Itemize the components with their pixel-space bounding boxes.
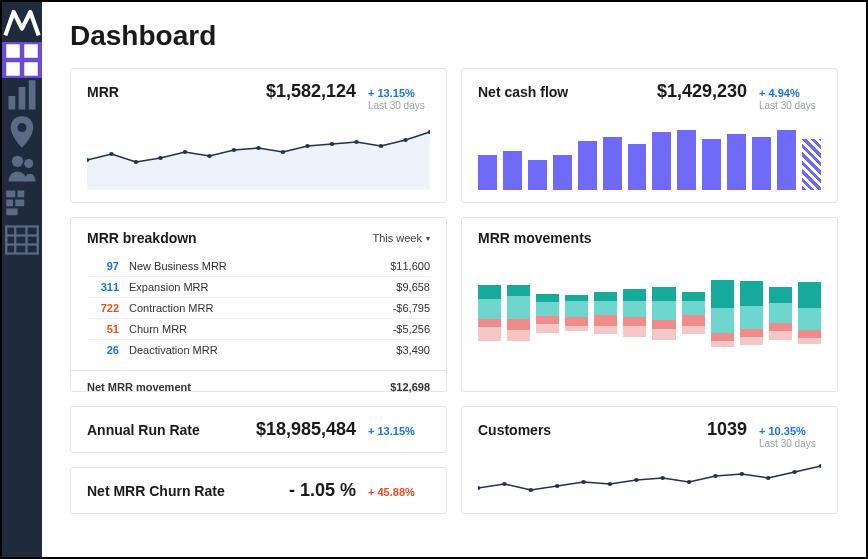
app-logo[interactable] <box>2 2 42 42</box>
breakdown-row[interactable]: 26Deactivation MRR$3,490 <box>87 339 430 360</box>
customers-title: Customers <box>478 422 707 438</box>
movements-segment <box>478 299 501 319</box>
svg-point-34 <box>478 486 480 490</box>
sidebar <box>2 2 42 557</box>
breakdown-count: 311 <box>87 281 129 293</box>
movements-segment <box>769 287 792 304</box>
breakdown-label: Contraction MRR <box>129 302 360 314</box>
movements-segment <box>507 330 530 341</box>
netcash-delta: + 4.94% Last 30 days <box>759 87 821 112</box>
page-title: Dashboard <box>70 20 838 52</box>
breakdown-row[interactable]: 722Contraction MRR-$6,795 <box>87 297 430 318</box>
card-customers[interactable]: Customers 1039 + 10.35% Last 30 days <box>461 406 838 514</box>
card-mrr[interactable]: MRR $1,582,124 + 13.15% Last 30 days <box>70 68 447 203</box>
svg-point-36 <box>528 488 533 492</box>
card-movements[interactable]: MRR movements <box>461 217 838 392</box>
breakdown-title: MRR breakdown <box>87 230 372 246</box>
breakdown-value: -$5,256 <box>360 323 430 335</box>
movements-segment <box>682 292 705 300</box>
movements-segment <box>740 306 763 328</box>
svg-point-40 <box>634 478 639 482</box>
svg-point-29 <box>330 142 335 146</box>
movements-segment <box>682 315 705 326</box>
svg-rect-5 <box>19 87 26 110</box>
breakdown-count: 51 <box>87 323 129 335</box>
nav-segments[interactable] <box>2 186 42 222</box>
breakdown-row[interactable]: 97New Business MRR$11,600 <box>87 256 430 276</box>
breakdown-row[interactable]: 51Churn MRR-$5,256 <box>87 318 430 339</box>
movements-title: MRR movements <box>478 230 821 246</box>
card-churnrate[interactable]: Net MRR Churn Rate - 1.05 % + 45.88% <box>70 467 447 514</box>
breakdown-count: 26 <box>87 344 129 356</box>
breakdown-label: New Business MRR <box>129 260 360 272</box>
movements-chart <box>478 258 821 368</box>
movements-segment <box>594 292 617 300</box>
svg-rect-14 <box>6 227 38 254</box>
svg-point-27 <box>281 150 286 154</box>
breakdown-count: 722 <box>87 302 129 314</box>
movements-segment <box>478 327 501 341</box>
svg-point-42 <box>687 480 692 484</box>
movements-column <box>682 292 705 334</box>
nav-location[interactable] <box>2 114 42 150</box>
card-breakdown[interactable]: MRR breakdown This week ▾ 97New Business… <box>70 217 447 392</box>
movements-column <box>652 287 675 340</box>
svg-rect-3 <box>24 62 38 76</box>
netcash-bar <box>603 137 622 191</box>
movements-segment <box>565 317 588 325</box>
movements-segment <box>711 280 734 308</box>
netcash-bar <box>478 155 497 190</box>
movements-segment <box>478 319 501 327</box>
netcash-chart <box>478 120 821 190</box>
breakdown-row[interactable]: 311Expansion MRR$9,658 <box>87 276 430 297</box>
arr-title: Annual Run Rate <box>87 422 256 438</box>
movements-segment <box>565 326 588 332</box>
netcash-bar <box>628 144 647 191</box>
card-netcash[interactable]: Net cash flow $1,429,230 + 4.94% Last 30… <box>461 68 838 203</box>
movements-segment <box>682 326 705 334</box>
breakdown-period-dropdown[interactable]: This week ▾ <box>372 232 430 244</box>
breakdown-count: 97 <box>87 260 129 272</box>
breakdown-value: -$6,795 <box>360 302 430 314</box>
customers-delta: + 10.35% Last 30 days <box>759 425 821 450</box>
customers-value: 1039 <box>707 419 747 440</box>
movements-segment <box>740 329 763 337</box>
card-arr[interactable]: Annual Run Rate $18,985,484 + 13.15% <box>70 406 447 453</box>
breakdown-value: $9,658 <box>360 281 430 293</box>
nav-customers[interactable] <box>2 150 42 186</box>
svg-point-44 <box>740 472 745 476</box>
chevron-down-icon: ▾ <box>426 234 430 243</box>
movements-segment <box>711 341 734 347</box>
movements-segment <box>798 330 821 338</box>
nav-reports[interactable] <box>2 78 42 114</box>
nav-dashboard[interactable] <box>2 42 42 78</box>
svg-point-25 <box>232 148 237 152</box>
movements-segment <box>536 302 559 316</box>
movements-segment <box>798 338 821 344</box>
svg-point-37 <box>555 484 560 488</box>
movements-segment <box>652 301 675 321</box>
movements-segment <box>652 287 675 301</box>
movements-segment <box>740 281 763 306</box>
movements-column <box>478 285 501 341</box>
movements-column <box>798 282 821 344</box>
svg-rect-11 <box>6 200 13 207</box>
movements-segment <box>507 296 530 318</box>
svg-point-7 <box>12 156 23 167</box>
svg-point-8 <box>24 159 33 168</box>
movements-column <box>507 285 530 341</box>
mrr-title: MRR <box>87 84 266 100</box>
customers-chart <box>478 456 821 506</box>
movements-segment <box>623 301 646 318</box>
movements-segment <box>536 294 559 302</box>
svg-rect-0 <box>6 44 20 58</box>
nav-tables[interactable] <box>2 222 42 258</box>
breakdown-value: $3,490 <box>360 344 430 356</box>
svg-point-24 <box>207 154 212 158</box>
movements-column <box>536 294 559 333</box>
movements-segment <box>769 303 792 323</box>
svg-point-21 <box>134 160 139 164</box>
svg-rect-9 <box>6 191 15 198</box>
churnrate-delta: + 45.88% <box>368 486 430 499</box>
movements-segment <box>507 319 530 330</box>
